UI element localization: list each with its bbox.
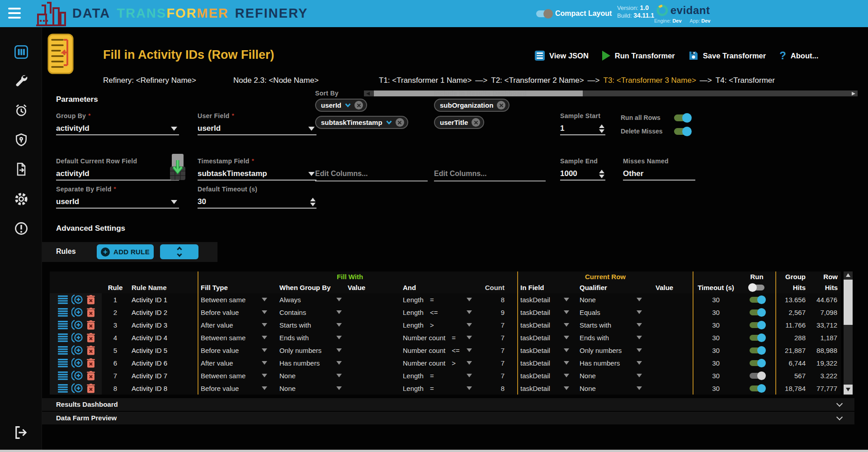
about-button[interactable]: ? About... (779, 51, 818, 61)
reorder-rule-icon[interactable] (58, 346, 68, 355)
reorder-rule-icon[interactable] (58, 321, 68, 329)
current-row-value-input[interactable] (650, 369, 693, 382)
trail-t3-active[interactable]: T3: <Transformer 3 Name> (604, 76, 696, 85)
in-field-select[interactable]: taskDetail (517, 344, 576, 357)
dashboard-edit-columns-input[interactable]: Edit Columns... (434, 170, 546, 181)
chevron-down-icon[interactable] (386, 120, 392, 124)
timeout-value[interactable]: 30 (693, 306, 738, 319)
sample-end-input[interactable]: 1000 (560, 168, 605, 181)
when-group-by-select[interactable]: Has numbers (277, 357, 346, 369)
insert-rule-icon[interactable] (71, 358, 83, 368)
in-field-select[interactable]: taskDetail (517, 369, 576, 382)
reorder-rule-icon[interactable] (58, 308, 68, 317)
sidebar-item-schedule[interactable] (0, 103, 42, 118)
user-field-select[interactable]: userId (198, 123, 316, 135)
qualifier-select[interactable]: None (576, 293, 650, 306)
scroll-right-icon[interactable] (852, 92, 855, 95)
delete-rule-icon[interactable] (87, 371, 95, 381)
separate-by-field-select[interactable]: userId (56, 196, 179, 209)
qualifier-select[interactable]: None (576, 369, 650, 382)
delete-rule-icon[interactable] (87, 346, 95, 355)
reorder-rule-icon[interactable] (58, 371, 68, 380)
group-by-select[interactable]: activityId (56, 123, 179, 135)
save-transformer-button[interactable]: Save Transformer (689, 51, 766, 61)
insert-rule-icon[interactable] (71, 383, 83, 393)
insert-rule-icon[interactable] (71, 295, 83, 305)
in-field-select[interactable]: taskDetail (517, 319, 576, 331)
run-toggle[interactable] (738, 357, 775, 369)
fill-value-input[interactable] (346, 319, 393, 331)
when-group-by-select[interactable]: Always (277, 293, 346, 306)
sidebar-item-dashboard[interactable] (0, 44, 42, 60)
trail-t4[interactable]: T4: <Transformer (716, 76, 775, 85)
scroll-down-icon[interactable] (846, 388, 850, 391)
insert-rule-icon[interactable] (71, 345, 83, 355)
insert-rule-icon[interactable] (71, 320, 83, 330)
in-field-select[interactable]: taskDetail (517, 382, 576, 395)
table-scrollbar[interactable] (844, 271, 853, 395)
and-select[interactable]: Number count> (393, 357, 476, 369)
when-group-by-select[interactable]: Only numbers (277, 344, 346, 357)
and-select[interactable]: Length> (393, 319, 476, 331)
fill-value-input[interactable] (346, 344, 393, 357)
insert-rule-icon[interactable] (71, 371, 83, 381)
delete-rule-icon[interactable] (87, 333, 95, 343)
and-select[interactable]: Length= (393, 293, 476, 306)
fill-type-select[interactable]: Between same (198, 293, 277, 306)
delete-rule-icon[interactable] (87, 384, 95, 393)
delete-misses-toggle[interactable] (674, 128, 690, 135)
scroll-up-icon[interactable] (846, 273, 850, 277)
reorder-rule-icon[interactable] (58, 384, 68, 393)
qualifier-select[interactable]: Starts with (576, 319, 650, 331)
run-transformer-button[interactable]: Run Transformer (602, 51, 675, 61)
current-row-value-input[interactable] (650, 306, 693, 319)
timeout-value[interactable]: 30 (693, 382, 738, 395)
qualifier-select[interactable]: Equals (576, 306, 650, 319)
default-current-row-field-select[interactable]: activityId (56, 168, 179, 181)
insert-rule-icon[interactable] (71, 307, 83, 317)
sidebar-item-logout[interactable] (0, 424, 42, 441)
sort-by-chip-subtasktimestamp[interactable]: subtaskTimestamp (315, 116, 408, 129)
reorder-rule-icon[interactable] (58, 359, 68, 367)
fill-value-input[interactable] (346, 369, 393, 382)
run-toggle[interactable] (738, 382, 775, 395)
when-group-by-select[interactable]: None (277, 382, 346, 395)
chevron-down-icon[interactable] (345, 103, 351, 107)
timeout-value[interactable]: 30 (693, 357, 738, 369)
table-scrollbar-thumb[interactable] (844, 280, 853, 325)
fill-value-input[interactable] (346, 382, 393, 395)
number-spinner[interactable] (599, 170, 604, 178)
results-dashboard-section[interactable]: Results Dashboard (42, 398, 854, 411)
when-group-by-select[interactable]: None (277, 369, 346, 382)
dashboard-chip-suborganization[interactable]: subOrganization (434, 99, 509, 112)
sidebar-item-security[interactable] (0, 133, 42, 147)
when-group-by-select[interactable]: Contains (277, 306, 346, 319)
compact-layout-toggle[interactable] (536, 10, 552, 17)
sidebar-item-settings[interactable] (0, 191, 42, 207)
qualifier-select[interactable]: Has numbers (576, 357, 650, 369)
run-toggle[interactable] (738, 331, 775, 344)
current-row-value-input[interactable] (650, 357, 693, 369)
qualifier-select[interactable]: Ends with (576, 331, 650, 344)
and-select[interactable]: Length= (393, 369, 476, 382)
timeout-value[interactable]: 30 (693, 369, 738, 382)
timeout-value[interactable]: 30 (693, 344, 738, 357)
and-select[interactable]: Number count<= (393, 344, 476, 357)
add-rule-button[interactable]: + ADD RULE (97, 244, 154, 259)
run-toggle[interactable] (738, 306, 775, 319)
number-spinner[interactable] (599, 124, 604, 133)
sort-by-edit-columns-input[interactable]: Edit Columns... (315, 170, 428, 181)
delete-rule-icon[interactable] (87, 320, 95, 330)
and-select[interactable]: Number count= (393, 331, 476, 344)
remove-chip-icon[interactable] (396, 118, 404, 127)
in-field-select[interactable]: taskDetail (517, 293, 576, 306)
when-group-by-select[interactable]: Ends with (277, 331, 346, 344)
sidebar-item-file-export[interactable] (0, 162, 42, 176)
fill-type-select[interactable]: Before value (198, 344, 277, 357)
current-row-value-input[interactable] (650, 331, 693, 344)
remove-chip-icon[interactable] (472, 118, 480, 127)
fill-type-select[interactable]: After value (198, 357, 277, 369)
view-json-button[interactable]: View JSON (535, 51, 589, 61)
insert-rule-icon[interactable] (71, 333, 83, 343)
remove-chip-icon[interactable] (354, 101, 363, 109)
